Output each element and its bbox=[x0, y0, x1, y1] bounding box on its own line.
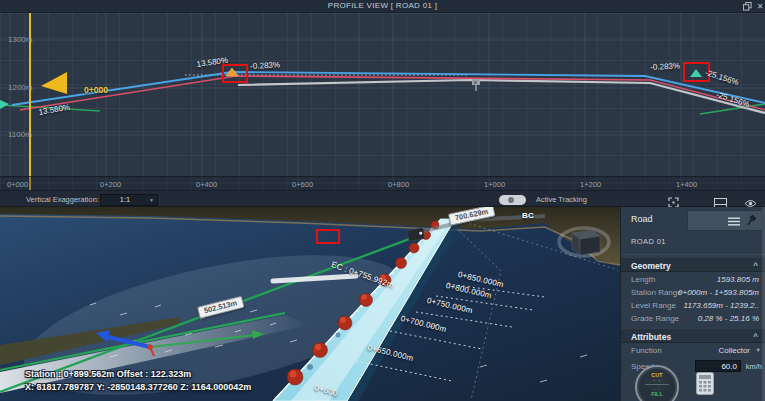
road-name: ROAD 01 bbox=[631, 237, 666, 246]
station-tick-label: 1+000 bbox=[484, 180, 505, 189]
deck-vehicle-dot bbox=[307, 364, 313, 370]
station-tick-label: 0+600 bbox=[292, 180, 313, 189]
property-value: 1593.805 m bbox=[717, 275, 759, 284]
status-station-offset: Station : 0+899.562m Offset : 122.323m bbox=[25, 369, 191, 379]
grade-label: -0.283% bbox=[250, 60, 280, 71]
station-tick-label: 0+800 bbox=[388, 180, 409, 189]
annotation-highlight-box bbox=[316, 229, 340, 244]
speed-unit-label: km/h bbox=[746, 362, 762, 371]
grade-label: -0.283% bbox=[650, 61, 680, 72]
function-label: Function bbox=[631, 346, 662, 355]
cut-fill-gauge-button[interactable]: CUT - - - - FILL bbox=[635, 365, 679, 401]
toggle-knob bbox=[508, 197, 514, 203]
collapse-chevron-icon[interactable]: ^ bbox=[753, 332, 758, 341]
profile-major-grid bbox=[0, 13, 765, 190]
active-tracking-toggle[interactable] bbox=[499, 195, 526, 205]
geometry-header-label: Geometry bbox=[631, 261, 671, 271]
bc-label: BC bbox=[522, 211, 534, 220]
speed-input[interactable]: 60.0 bbox=[695, 360, 741, 372]
station-axis: 0+000 0+200 0+400 0+600 0+800 1+000 1+20… bbox=[0, 176, 765, 190]
status-coordinates: X: 81817.789787 Y: -2850148.377260 Z: 11… bbox=[25, 382, 251, 392]
function-dropdown[interactable]: Collector bbox=[718, 346, 750, 355]
close-icon[interactable]: ✕ bbox=[755, 2, 765, 12]
profile-view-canvas[interactable]: 1300m 1200m 1100m 13.580% 13.580% -0.283… bbox=[0, 13, 765, 190]
gauge-divider bbox=[645, 384, 669, 385]
panel-title: Road bbox=[631, 214, 653, 224]
property-row: Level Range 1173.659m - 1239.2.. bbox=[621, 301, 765, 314]
gauge-cut-ticks: - - bbox=[653, 378, 661, 382]
profile-window-button[interactable] bbox=[714, 194, 726, 205]
geometry-section-header[interactable]: Geometry ^ bbox=[621, 257, 765, 272]
station-tick-label: 1+200 bbox=[580, 180, 601, 189]
elevation-label: 1200m bbox=[8, 83, 32, 92]
profile-graph bbox=[0, 13, 765, 190]
quantities-calculator-button[interactable] bbox=[696, 372, 714, 399]
menu-icon[interactable] bbox=[728, 212, 740, 230]
vertical-exaggeration-value: 1:1 bbox=[101, 195, 149, 204]
deck-vehicle-dot bbox=[336, 333, 341, 338]
profile-view-titlebar: PROFILE VIEW [ ROAD 01 ] ✕ bbox=[0, 0, 765, 13]
station-tick-label: 1+400 bbox=[676, 180, 697, 189]
caret-down-icon[interactable]: ▼ bbox=[756, 347, 761, 353]
property-label: Length bbox=[631, 275, 655, 284]
flag-marker-icon bbox=[472, 79, 480, 91]
property-value: 0.28 % - 25.16 % bbox=[698, 314, 759, 323]
application-window: PROFILE VIEW [ ROAD 01 ] ✕ bbox=[0, 0, 765, 401]
fit-view-button[interactable] bbox=[668, 194, 680, 205]
property-label: Grade Range bbox=[631, 314, 679, 323]
profile-toolbar: Vertical Exaggeration: 1:1 ▼ Active Trac… bbox=[0, 190, 765, 207]
station-tick-label: 0+200 bbox=[100, 180, 121, 189]
function-row: Function Collector ▼ bbox=[621, 346, 765, 359]
visibility-eye-button[interactable] bbox=[744, 194, 756, 205]
property-row: Station Range 0+000m - 1+593.805m bbox=[621, 288, 765, 301]
terrain-marker-icon bbox=[0, 100, 9, 109]
station-tick-label: 0+400 bbox=[196, 180, 217, 189]
property-label: Station Range bbox=[631, 288, 682, 297]
vertical-exaggeration-label: Vertical Exaggeration: bbox=[26, 195, 99, 204]
property-row: Grade Range 0.28 % - 25.16 % bbox=[621, 314, 765, 327]
active-tracking-label: Active Tracking bbox=[536, 195, 587, 204]
property-value: 0+000m - 1+593.805m bbox=[678, 288, 759, 297]
road-properties-panel: Road ROAD 01 Geometry ^ Length 1593.805 … bbox=[620, 207, 765, 401]
start-station-label: 0+000 bbox=[84, 85, 108, 95]
window-title: PROFILE VIEW [ ROAD 01 ] bbox=[0, 1, 765, 10]
attributes-header-label: Attributes bbox=[631, 332, 671, 342]
property-value: 1173.659m - 1239.2.. bbox=[684, 301, 759, 310]
restore-window-icon[interactable] bbox=[742, 2, 752, 12]
property-label: Level Range bbox=[631, 301, 676, 310]
caret-down-icon: ▼ bbox=[149, 197, 154, 203]
right-pvi-marker[interactable] bbox=[690, 69, 702, 77]
attributes-section-header[interactable]: Attributes ^ bbox=[621, 328, 765, 343]
elevation-label: 1300m bbox=[8, 35, 32, 44]
pin-icon[interactable] bbox=[747, 212, 757, 230]
gauge-fill-label: FILL bbox=[651, 391, 663, 397]
station-tick-label: 0+000 bbox=[7, 180, 28, 189]
model-3d-viewport[interactable]: 700.629m 502.513m BC EC : 0+755.992m 0+8… bbox=[0, 207, 620, 401]
divider bbox=[621, 254, 765, 255]
vertical-exaggeration-select[interactable]: 1:1 ▼ bbox=[100, 194, 158, 206]
elevation-label: 1100m bbox=[8, 130, 32, 139]
collapse-chevron-icon[interactable]: ^ bbox=[753, 261, 758, 270]
panel-button-box bbox=[687, 210, 763, 231]
property-row: Length 1593.805 m bbox=[621, 275, 765, 288]
station-cursor-arrow-icon bbox=[41, 72, 67, 94]
